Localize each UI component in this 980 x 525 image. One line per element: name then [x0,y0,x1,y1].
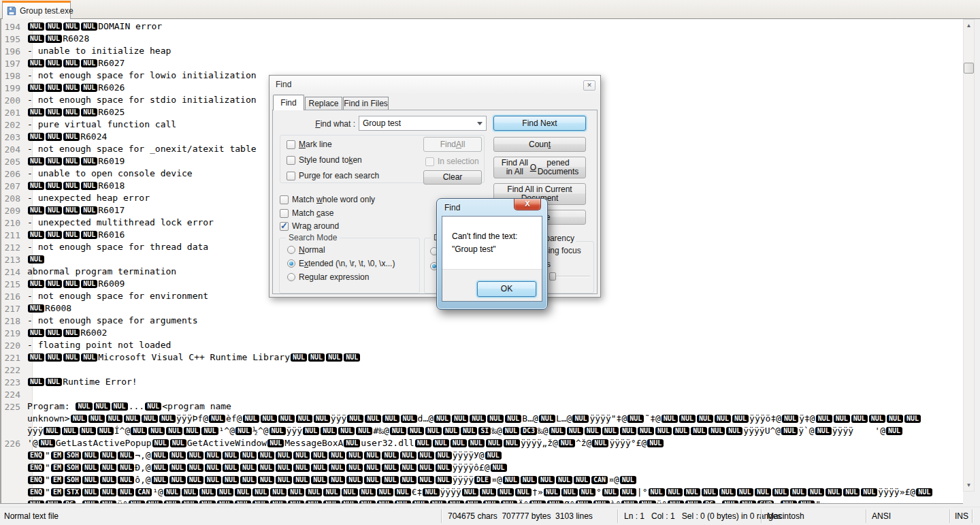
control-char-badge: NUL [538,476,555,484]
find-all-opened-button[interactable]: Find All in All Opened Documents [493,157,586,178]
editor-text: - unable to open console device [27,168,193,180]
editor-row[interactable]: ÿÿÿNULNULNULNULÍ^@NULNULNULNULNUL¹^@NUL½… [1,425,933,437]
control-char-badge: NUL [258,451,274,460]
match-whole-word-checkbox[interactable]: Match whole word only [280,195,375,204]
transparency-slider-handle[interactable] [549,272,556,281]
scroll-up-arrow-icon[interactable]: ▲ [964,20,974,31]
style-found-token-checkbox[interactable]: Style found token [287,155,362,165]
editor-text: - unable to initialize heap [27,45,171,57]
control-char-badge: NUL [28,500,44,504]
control-char-badge: NUL [418,464,434,472]
control-char-badge: NUL [76,402,92,411]
editor-row[interactable]: ENQ"EMSOHNULNULNULô,@NULNULNULNULNULNULN… [1,474,933,486]
editor-text: - not enough space for arguments [27,315,197,327]
checkbox-icon[interactable] [287,172,295,180]
control-char-badge: NUL [80,427,96,435]
control-char-badge: NUL [480,488,496,496]
editor-row[interactable]: NULNULRS¸NULNULü°NULNULNULNULNULNULNULNU… [1,498,933,504]
editor-row[interactable]: 224 [1,388,933,400]
control-char-badge: NUL [691,427,707,435]
transparency-slider-track[interactable] [556,276,590,277]
control-char-badge: NUL [816,415,832,423]
editor-row[interactable]: unknown>NULNULNULNULNULNULÿÿÿÞf@NULèf@NU… [1,413,933,425]
ok-button[interactable]: OK [477,281,536,297]
line-number: 224 [1,389,27,400]
editor-row[interactable]: ENQ"EMSOHNULNULNUL¬,@NULNULNULNULNULNULN… [1,449,933,462]
mark-line-checkbox[interactable]: Mark line [287,140,332,149]
editor-row[interactable]: 196- unable to initialize heap [1,45,933,57]
tab-find[interactable]: Find [273,95,304,110]
control-char-badge: NUL [291,353,307,362]
message-box-close-icon[interactable]: X [514,199,541,210]
control-char-badge: NUL [359,500,376,504]
purge-checkbox[interactable]: Purge for each search [287,171,379,180]
find-what-combobox[interactable]: Group test [359,116,487,131]
match-case-checkbox[interactable]: Match case [280,208,333,218]
tab-replace[interactable]: Replace [305,97,342,110]
editor-row[interactable]: 197NULNULNULNULR6027 [1,57,933,69]
clear-button[interactable]: Clear [423,170,482,185]
tab-find-in-files[interactable]: Find in Files [343,97,389,110]
search-mode-extended-radio[interactable]: Extended (\n, \r, \t, \0, \x...) [287,259,395,268]
find-dialog-titlebar[interactable]: Find ✕ [270,76,600,93]
scroll-down-arrow-icon[interactable]: ▼ [964,479,974,491]
editor-row[interactable]: 223NULNULRuntime Error! [1,376,933,388]
document-tab[interactable]: Group test.exe [2,1,71,19]
checkbox-icon[interactable] [280,209,289,218]
radio-selected-icon[interactable] [287,259,295,268]
wrap-around-checkbox[interactable]: Wrap around [280,221,339,231]
radio-icon[interactable] [287,273,295,281]
editor-row[interactable]: 222 [1,364,933,376]
control-char-badge: NUL [142,415,158,423]
editor-row[interactable]: ENQ"EMSTXNULNULNULCAN¹@NULNULNULNULNULNU… [1,486,933,498]
search-mode-regex-radio[interactable]: Regular expression [287,272,369,282]
line-number: 195 [1,34,27,44]
control-char-badge: NUL [602,488,619,496]
editor-row[interactable]: 225Program: NULNULNUL...NUL<program name [1,400,933,413]
status-insert-mode[interactable]: INS [955,511,968,521]
editor-row[interactable]: ENQ"EMSOHNULNULNULÐ,@NULNULNULNULNULNULN… [1,462,933,474]
control-char-badge: NUL [621,500,638,504]
editor-row[interactable]: 195NULNULR6028 [1,33,933,45]
control-char-badge: NUL [400,476,416,484]
control-char-badge: NUL [182,500,198,504]
control-char-badge: NUL [63,84,80,92]
control-char-badge: NUL [46,108,62,116]
control-char-badge: NUL [129,500,145,504]
checkbox-checked-icon[interactable] [280,222,289,231]
search-mode-normal-radio[interactable]: Normal [287,245,325,255]
control-char-badge: NUL [152,439,169,447]
editor-row[interactable]: 218- not enough space for arguments [1,315,933,327]
line-number: 207 [1,181,27,191]
find-next-button[interactable]: Find Next [493,116,586,131]
control-char-badge: SOH [65,464,81,472]
editor-row[interactable]: 226'@NULGetLastActivePopupNULNULGetActiv… [1,437,933,449]
control-char-badge: NUL [152,451,168,460]
control-char-badge: NUL [364,476,380,484]
editor-row[interactable]: 194NULNULNULNULDOMAIN error [1,20,933,33]
control-char-badge: NUL [81,59,97,67]
editor-row[interactable]: 220- floating point not loaded [1,339,933,351]
checkbox-icon[interactable] [287,156,295,165]
tab-label: Group test.exe [20,6,74,16]
scrollbar-thumb[interactable] [964,63,974,74]
editor-row[interactable]: 219NULNULNULR6002 [1,327,933,339]
control-char-badge: NUL [100,488,116,496]
chevron-down-icon[interactable] [477,122,483,125]
checkbox-icon[interactable] [287,140,295,149]
control-char-badge: NUL [382,415,399,423]
editor-text: NULR6008 [27,302,71,315]
control-char-badge: CAN [135,488,152,496]
control-char-badge: NUL [217,488,233,496]
editor-row[interactable]: 221NULNULNULNULMicrosoft Visual C++ Runt… [1,351,933,364]
radio-icon[interactable] [287,246,295,254]
message-box-title: Find [444,203,460,212]
count-button[interactable]: Count [493,137,586,152]
vertical-scrollbar[interactable]: ▲ ▼ [963,19,975,492]
line-number: 194 [1,22,27,32]
status-position: Ln : 1 Col : 1 Sel : 0 (0 bytes) in 0 ra… [624,511,781,521]
control-char-badge: NUL [448,500,464,504]
checkbox-icon[interactable] [280,195,289,204]
control-char-badge: NUL [382,464,398,472]
find-dialog-close-icon[interactable]: ✕ [583,80,595,91]
